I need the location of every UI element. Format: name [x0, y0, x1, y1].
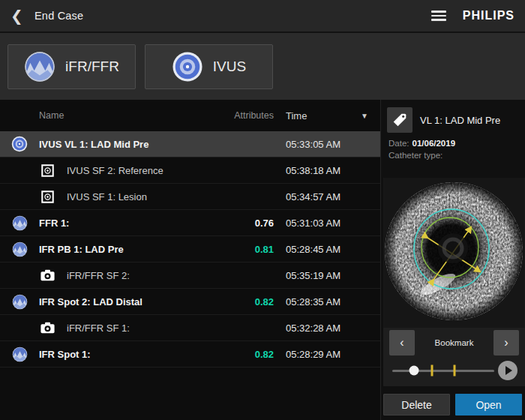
bookmark-tick[interactable]: [431, 365, 434, 376]
row-time: 05:31:03 AM: [286, 218, 361, 229]
detail-panel: VL 1: LAD Mid Pre Date:01/06/2019 Cathet…: [381, 100, 525, 420]
column-time[interactable]: Time: [286, 110, 361, 122]
row-name: IVUS SF 1: Lesion: [67, 191, 220, 202]
row-name: IFR Spot 1:: [39, 349, 220, 360]
hamburger-menu-icon[interactable]: [431, 10, 446, 21]
row-name: IFR PB 1: LAD Pre: [39, 244, 220, 255]
date-value: 01/06/2019: [412, 139, 456, 148]
row-time: 05:34:57 AM: [286, 191, 361, 202]
table-row[interactable]: FFR 1: 0.76 05:31:03 AM: [0, 210, 380, 236]
table-header: Name Attributes Time ▼: [0, 100, 380, 131]
delete-button[interactable]: Delete: [383, 394, 450, 416]
philips-logo: PHILIPS: [463, 9, 514, 22]
column-attributes[interactable]: Attributes: [220, 110, 274, 121]
prev-bookmark-button[interactable]: ‹: [389, 330, 415, 356]
row-time: 05:28:35 AM: [286, 296, 361, 308]
table-row[interactable]: IFR Spot 2: LAD Distal 0.82 05:28:35 AM: [0, 289, 380, 315]
table-row[interactable]: IVUS VL 1: LAD Mid Pre 05:33:05 AM: [0, 131, 380, 158]
row-time: 05:32:28 AM: [286, 322, 361, 334]
slider-track[interactable]: [392, 370, 494, 372]
column-name[interactable]: Name: [39, 110, 220, 121]
row-time: 05:35:19 AM: [286, 270, 361, 281]
row-attribute: 0.76: [220, 218, 274, 229]
row-name: IFR Spot 2: LAD Distal: [39, 296, 220, 308]
row-time: 05:28:29 AM: [286, 349, 361, 360]
back-icon[interactable]: ❮: [10, 8, 30, 23]
row-time: 05:33:05 AM: [286, 139, 361, 150]
catheter-line: Catheter type:: [388, 151, 522, 160]
ivus-frame-icon: [28, 164, 67, 177]
row-name: FFR 1:: [39, 218, 220, 229]
ivus-image[interactable]: [383, 178, 525, 328]
ivus-button[interactable]: IVUS: [145, 44, 273, 89]
ifr-waveform-sphere-icon: [0, 242, 39, 257]
catheter-type-label: Catheter type:: [388, 151, 442, 160]
detail-title: VL 1: LAD Mid Pre: [420, 115, 500, 126]
row-attribute: 0.82: [220, 296, 274, 308]
recordings-list: Name Attributes Time ▼ IVUS VL 1: LAD Mi…: [0, 100, 381, 420]
ifr-waveform-sphere-icon: [0, 215, 39, 231]
date-label: Date:: [388, 139, 410, 148]
ifr-waveform-sphere-icon: [0, 346, 39, 362]
frame-slider[interactable]: [383, 358, 525, 383]
row-attribute: 0.82: [220, 349, 274, 360]
table-row[interactable]: iFR/FFR SF 2: 05:35:19 AM: [0, 262, 380, 289]
bookmark-label: Bookmark: [435, 338, 474, 347]
table-row[interactable]: iFR/FFR SF 1: 05:32:28 AM: [0, 315, 380, 341]
ivus-rings-icon: [172, 51, 203, 82]
table-row[interactable]: IVUS SF 2: Reference 05:38:18 AM: [0, 158, 380, 184]
ifr-ffr-button-label: iFR/FFR: [65, 58, 119, 75]
camera-icon: [28, 322, 67, 334]
table-row[interactable]: IFR Spot 1: 0.82 05:28:29 AM: [0, 341, 380, 368]
top-bar: ❮ End Case PHILIPS: [0, 0, 525, 33]
row-name: IVUS SF 2: Reference: [67, 165, 220, 176]
ivus-rings-icon: [0, 136, 39, 152]
tag-icon[interactable]: [387, 107, 412, 133]
ifr-ffr-button[interactable]: iFR/FFR: [8, 44, 136, 89]
preview-card: ‹ Bookmark ›: [383, 178, 525, 386]
row-name: iFR/FFR SF 1:: [67, 322, 220, 334]
next-bookmark-button[interactable]: ›: [494, 330, 519, 356]
sort-chevron-down-icon[interactable]: ▼: [361, 112, 368, 120]
ifr-waveform-sphere-icon: [24, 51, 56, 82]
row-time: 05:28:45 AM: [286, 244, 361, 255]
row-name: iFR/FFR SF 2:: [67, 270, 220, 281]
ivus-button-label: IVUS: [213, 58, 246, 75]
ivus-frame-icon: [28, 190, 67, 203]
slider-thumb[interactable]: [409, 366, 418, 376]
open-button[interactable]: Open: [455, 394, 522, 416]
play-icon: [506, 366, 512, 375]
camera-icon: [28, 269, 67, 281]
row-time: 05:38:18 AM: [286, 165, 361, 176]
modality-bar: iFR/FFR IVUS: [0, 33, 525, 100]
table-row[interactable]: IFR PB 1: LAD Pre 0.81 05:28:45 AM: [0, 236, 380, 262]
bookmark-tick[interactable]: [453, 365, 455, 376]
page-title: End Case: [34, 10, 83, 22]
ifr-waveform-sphere-icon: [0, 294, 39, 310]
date-line: Date:01/06/2019: [388, 139, 522, 148]
row-name: IVUS VL 1: LAD Mid Pre: [39, 139, 220, 150]
play-button[interactable]: [498, 361, 518, 380]
table-row[interactable]: IVUS SF 1: Lesion 05:34:57 AM: [0, 184, 380, 210]
row-attribute: 0.81: [220, 244, 274, 255]
